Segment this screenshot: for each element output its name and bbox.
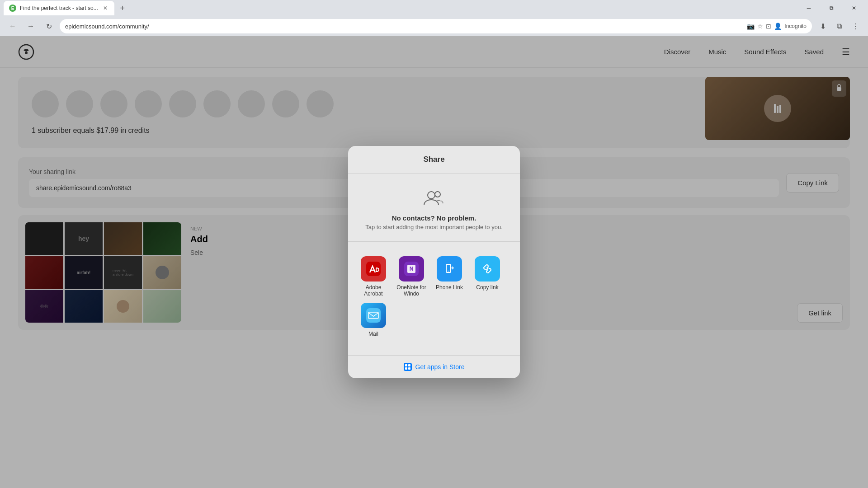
camera-off-icon: 📷 (747, 23, 755, 30)
incognito-label: Incognito (784, 23, 807, 29)
svg-point-6 (428, 192, 435, 199)
close-button[interactable]: ✕ (844, 1, 864, 15)
svg-rect-21 (408, 367, 410, 370)
get-apps-label: Get apps in Store (415, 363, 465, 371)
extensions-icon[interactable]: ⊡ (766, 23, 771, 30)
share-app-mail[interactable]: Mail (357, 303, 390, 337)
adobe-acrobat-label: Adobe Acrobat (357, 284, 390, 297)
share-modal-footer[interactable]: Get apps in Store (348, 355, 520, 378)
svg-rect-18 (405, 364, 407, 366)
svg-point-7 (435, 192, 440, 197)
share-app-phone-link[interactable]: Phone Link (433, 256, 466, 297)
forward-button[interactable]: → (24, 19, 38, 33)
onenote-icon: N (399, 256, 424, 282)
downloads-icon[interactable]: ⬇ (816, 19, 830, 33)
address-icons: 📷 ☆ ⊡ 👤 Incognito (747, 23, 807, 30)
browser-titlebar: E Find the perfect track - start so... ✕… (0, 0, 868, 16)
no-contacts-title: No contacts? No problem. (357, 214, 511, 222)
share-app-copy-link[interactable]: Copy link (471, 256, 504, 297)
minimize-button[interactable]: ─ (798, 1, 819, 15)
svg-rect-19 (408, 364, 410, 366)
svg-rect-20 (405, 367, 407, 370)
share-modal-header: Share (348, 146, 520, 174)
tab-favicon: E (9, 5, 16, 12)
address-url: epidemicsound.com/community/ (65, 23, 149, 30)
svg-rect-12 (442, 262, 457, 276)
browser-content: Discover Music Sound Effects Saved ☰ (0, 36, 868, 488)
svg-text:N: N (410, 266, 414, 272)
no-contacts-icon (357, 189, 511, 211)
tab-title: Find the perfect track - start so... (20, 5, 98, 11)
window-controls: ─ ⧉ ✕ (798, 1, 864, 15)
share-modal-body: No contacts? No problem. Tap to start ad… (348, 174, 520, 355)
browser-menu-icon[interactable]: ⋮ (848, 19, 863, 33)
copy-link-icon (475, 256, 500, 282)
share-app-onenote[interactable]: N OneNote for Windo (395, 256, 428, 297)
mail-icon (361, 303, 386, 328)
phone-link-label: Phone Link (436, 284, 463, 291)
browser-frame: E Find the perfect track - start so... ✕… (0, 0, 868, 488)
back-button[interactable]: ← (5, 19, 20, 33)
svg-rect-14 (448, 271, 449, 272)
phone-link-icon (437, 256, 462, 282)
no-contacts-sub: Tap to start adding the most important p… (357, 224, 511, 230)
page: Discover Music Sound Effects Saved ☰ (0, 36, 868, 488)
store-icon (404, 363, 412, 371)
onenote-label: OneNote for Windo (395, 284, 428, 297)
modal-overlay: Share No contacts? No (0, 36, 868, 488)
tab-close-button[interactable]: ✕ (102, 5, 109, 12)
share-app-adobe[interactable]: Adobe Acrobat (357, 256, 390, 297)
bookmark-icon[interactable]: ☆ (757, 23, 763, 30)
new-tab-button[interactable]: + (116, 2, 129, 14)
reload-button[interactable]: ↻ (42, 19, 56, 33)
copy-link-app-label: Copy link (476, 284, 498, 291)
extensions-menu-icon[interactable]: ⧉ (832, 19, 846, 33)
no-contacts-section: No contacts? No problem. Tap to start ad… (357, 184, 511, 241)
share-apps-grid: Adobe Acrobat N (357, 249, 511, 344)
restore-button[interactable]: ⧉ (821, 1, 842, 15)
address-bar[interactable]: epidemicsound.com/community/ 📷 ☆ ⊡ 👤 Inc… (60, 19, 812, 33)
browser-toolbar: ← → ↻ epidemicsound.com/community/ 📷 ☆ ⊡… (0, 16, 868, 36)
share-modal: Share No contacts? No (348, 146, 520, 378)
toolbar-right: ⬇ ⧉ ⋮ (816, 19, 863, 33)
adobe-acrobat-icon (361, 256, 386, 282)
account-icon[interactable]: 👤 (774, 23, 782, 30)
browser-tab[interactable]: E Find the perfect track - start so... ✕ (4, 1, 114, 15)
mail-label: Mail (368, 331, 378, 337)
